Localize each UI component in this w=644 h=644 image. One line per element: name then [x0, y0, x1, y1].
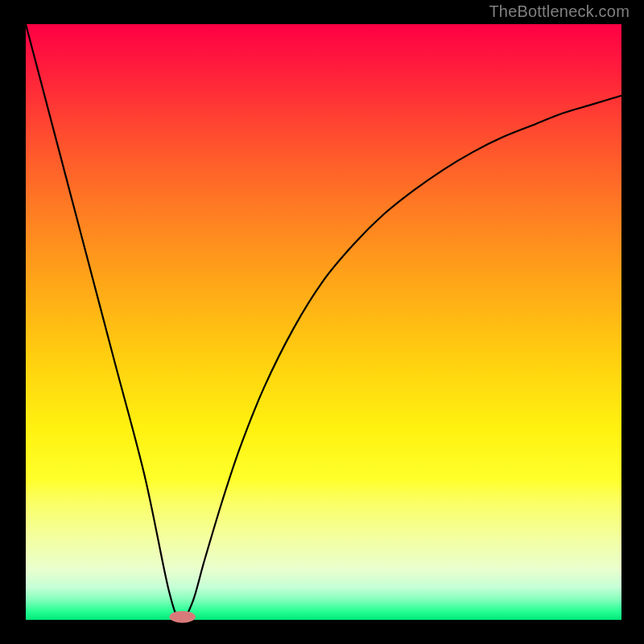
- chart-frame: TheBottleneck.com: [0, 0, 644, 644]
- gradient-background: [26, 24, 621, 620]
- bottleneck-chart: [0, 0, 644, 644]
- optimal-point-marker: [169, 611, 196, 623]
- watermark-text: TheBottleneck.com: [489, 2, 630, 21]
